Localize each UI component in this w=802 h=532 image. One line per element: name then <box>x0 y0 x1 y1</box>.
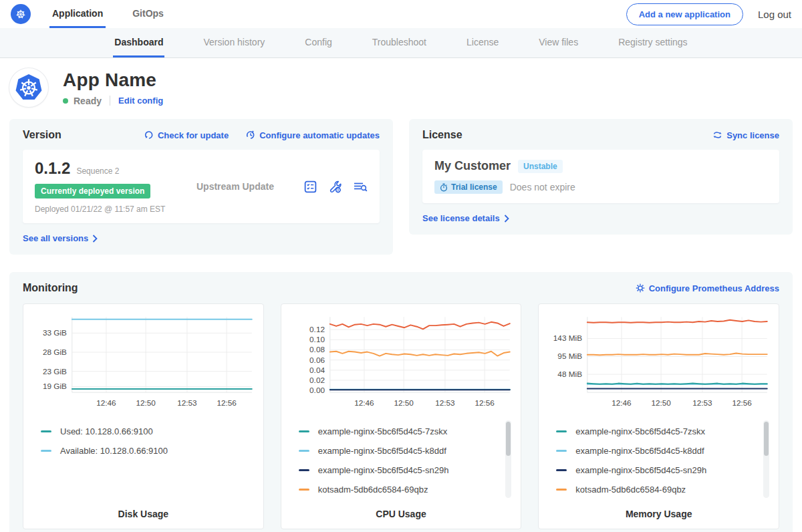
logout-link[interactable]: Log out <box>758 9 791 20</box>
legend-label: example-nginx-5bc6f5d4c5-7zskx <box>575 426 705 436</box>
legend-color-dash <box>556 430 567 432</box>
version-sequence: Sequence 2 <box>76 166 119 176</box>
chevron-right-icon <box>504 215 509 223</box>
license-card: License Sync license My Customer Unstabl… <box>409 119 793 235</box>
customer-name: My Customer <box>434 159 511 173</box>
svg-text:12:46: 12:46 <box>96 398 116 407</box>
config-wrench-icon[interactable] <box>328 180 342 194</box>
app-logo-icon <box>9 68 48 107</box>
tab-troubleshoot[interactable]: Troubleshoot <box>371 28 428 57</box>
chart-title: Memory Usage <box>547 501 771 519</box>
configure-prometheus-link[interactable]: Configure Prometheus Address <box>636 283 779 293</box>
version-number: 0.1.2 <box>35 159 70 178</box>
view-diff-files-icon[interactable] <box>353 180 368 194</box>
monitoring-section: Monitoring Configure Prometheus Address … <box>9 272 793 532</box>
svg-text:23 GiB: 23 GiB <box>43 367 67 376</box>
legend-color-dash <box>299 469 309 471</box>
legend-label: Available: 10.128.0.66:9100 <box>60 446 168 456</box>
svg-text:12:56: 12:56 <box>475 398 495 407</box>
see-all-versions-link[interactable]: See all versions <box>23 233 98 243</box>
legend-item: Available: 10.128.0.66:9100 <box>41 441 243 460</box>
see-license-details-link[interactable]: See license details <box>422 213 509 223</box>
auto-update-clock-icon <box>246 130 255 140</box>
legend-color-dash <box>299 430 309 432</box>
legend-label: kotsadm-5db6dc6584-69qbz <box>318 485 428 495</box>
ready-status-dot <box>63 98 68 104</box>
sync-icon <box>712 130 722 140</box>
svg-text:33 GiB: 33 GiB <box>43 328 67 337</box>
legend-label: example-nginx-5bc6f5d4c5-sn29h <box>575 465 706 475</box>
chart-title: CPU Usage <box>289 501 513 519</box>
legend-color-dash <box>41 450 51 452</box>
gear-icon <box>636 283 645 293</box>
legend-label: example-nginx-5bc6f5d4c5-k8ddf <box>575 446 704 456</box>
license-type-badge: Trial license <box>434 180 503 194</box>
check-for-update-link[interactable]: Check for update <box>144 130 229 140</box>
top-nav-tab-application[interactable]: Application <box>49 0 106 28</box>
tab-registry-settings[interactable]: Registry settings <box>617 28 688 57</box>
edit-config-link[interactable]: Edit config <box>118 96 163 106</box>
svg-text:12:56: 12:56 <box>217 398 237 407</box>
version-card: Version Check for update Configure autom… <box>9 119 393 255</box>
configure-automatic-updates-link[interactable]: Configure automatic updates <box>246 130 380 140</box>
tab-view-files[interactable]: View files <box>537 28 579 57</box>
svg-text:19 GiB: 19 GiB <box>43 382 67 390</box>
svg-text:12:46: 12:46 <box>612 398 632 407</box>
cpu-usage-legend: example-nginx-5bc6f5d4c5-7zskxexample-ng… <box>289 420 513 501</box>
disk-usage-card: 33 GiB28 GiB23 GiB19 GiB12:4612:5012:531… <box>23 303 264 529</box>
preflight-checks-icon[interactable] <box>303 180 317 194</box>
svg-text:12:50: 12:50 <box>652 398 672 407</box>
legend-item: example-nginx-5bc6f5d4c5-sn29h <box>299 460 501 480</box>
legend-item: example-nginx-5bc6f5d4c5-k8ddf <box>556 441 759 460</box>
legend-label: example-nginx-5bc6f5d4c5-k8ddf <box>318 446 446 456</box>
legend-item: example-nginx-5bc6f5d4c5-7zskx <box>299 422 501 441</box>
legend-scrollbar-thumb[interactable] <box>764 422 769 456</box>
legend-label: kotsadm-5db6dc6584-69qbz <box>575 485 686 495</box>
svg-text:28 GiB: 28 GiB <box>43 348 67 356</box>
svg-text:0.06: 0.06 <box>309 356 325 364</box>
legend-scrollbar-track[interactable] <box>763 420 769 498</box>
refresh-icon <box>144 130 154 140</box>
tab-version-history[interactable]: Version history <box>202 28 266 57</box>
legend-item: kotsadm-5db6dc6584-69qbz <box>556 480 759 499</box>
chevron-right-icon <box>92 235 98 243</box>
deployed-timestamp: Deployed 01/21/22 @ 11:57 am EST <box>35 205 190 214</box>
tab-license[interactable]: License <box>465 28 500 57</box>
legend-item: example-nginx-5bc6f5d4c5-k8ddf <box>299 441 501 460</box>
legend-scrollbar-thumb[interactable] <box>506 422 511 456</box>
kubernetes-logo-icon[interactable] <box>11 4 31 24</box>
legend-label: Used: 10.128.0.66:9100 <box>60 426 153 436</box>
svg-text:12:53: 12:53 <box>435 398 455 407</box>
divider <box>110 96 110 106</box>
add-application-button[interactable]: Add a new application <box>626 3 743 25</box>
app-header: App Name Ready Edit config <box>0 58 802 116</box>
chart-title: Disk Usage <box>31 501 255 519</box>
sync-license-link[interactable]: Sync license <box>712 130 779 140</box>
monitoring-title: Monitoring <box>23 282 78 294</box>
app-nav: DashboardVersion historyConfigTroublesho… <box>0 28 802 58</box>
legend-item: kotsadm-5db6dc6584-69qbz <box>299 480 501 499</box>
top-nav-tabs: ApplicationGitOps <box>49 0 166 28</box>
disk-usage-chart: 33 GiB28 GiB23 GiB19 GiB12:4612:5012:531… <box>31 309 255 415</box>
tab-dashboard[interactable]: Dashboard <box>113 28 164 57</box>
legend-color-dash <box>556 450 567 452</box>
svg-text:0.04: 0.04 <box>309 366 325 374</box>
top-nav-tab-gitops[interactable]: GitOps <box>130 0 166 28</box>
legend-label: example-nginx-5bc6f5d4c5-sn29h <box>318 465 449 475</box>
version-card-title: Version <box>23 129 61 141</box>
legend-color-dash <box>556 489 567 491</box>
page-title: App Name <box>63 70 163 91</box>
svg-text:12:46: 12:46 <box>354 398 374 407</box>
license-expiry: Does not expire <box>510 182 575 192</box>
legend-scrollbar-track[interactable] <box>505 420 511 498</box>
svg-text:0.00: 0.00 <box>309 386 325 394</box>
legend-color-dash <box>556 469 567 471</box>
tab-config[interactable]: Config <box>303 28 333 57</box>
legend-color-dash <box>299 489 309 491</box>
legend-label: example-nginx-5bc6f5d4c5-7zskx <box>318 426 448 436</box>
cpu-usage-chart: 0.120.100.080.060.040.020.0012:4612:5012… <box>289 309 513 415</box>
svg-text:0.12: 0.12 <box>309 325 325 334</box>
channel-badge: Unstable <box>518 160 563 173</box>
top-nav: ApplicationGitOps Add a new application … <box>0 0 802 28</box>
svg-text:0.08: 0.08 <box>309 345 325 354</box>
